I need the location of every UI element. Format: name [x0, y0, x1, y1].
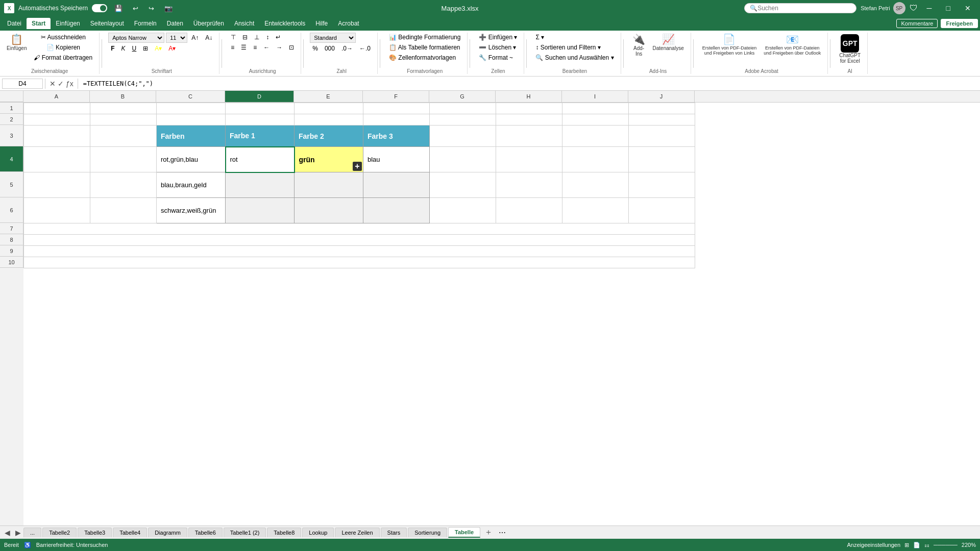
cell-e4[interactable]: grün +: [295, 147, 363, 172]
cell-h6[interactable]: [496, 198, 562, 223]
tab-einfuegen[interactable]: Einfügen: [51, 18, 85, 29]
text-direction-button[interactable]: ↕: [263, 33, 272, 42]
search-box[interactable]: 🔍: [744, 3, 856, 13]
tab-daten[interactable]: Daten: [162, 18, 188, 29]
cell-e5[interactable]: [295, 172, 363, 198]
cell-h2[interactable]: [496, 114, 562, 126]
grid[interactable]: Farben Farbe 1 Farbe 2 Farbe 3 rot,grün,…: [23, 103, 980, 525]
number-format-select[interactable]: Standard: [310, 33, 356, 43]
format-zelle-button[interactable]: 🔧 Format ~: [476, 53, 516, 62]
cell-j3[interactable]: [629, 126, 695, 147]
col-header-j[interactable]: J: [628, 91, 695, 102]
sheet-tab-tabelle6[interactable]: Tabelle6: [188, 528, 223, 537]
underline-button[interactable]: U: [130, 44, 139, 53]
view-normal-icon[interactable]: ⊞: [904, 542, 909, 548]
cell-d6[interactable]: [226, 198, 295, 223]
cell-d2[interactable]: [226, 114, 295, 126]
cell-a2[interactable]: [24, 114, 90, 126]
cell-j2[interactable]: [629, 114, 695, 126]
cell-e1[interactable]: [295, 103, 363, 114]
tab-seitenlayout[interactable]: Seitenlayout: [85, 18, 129, 29]
cell-i4[interactable]: [562, 147, 629, 172]
cell-b1[interactable]: [90, 103, 157, 114]
sheet-tab-tabelle1-2[interactable]: Tabelle1 (2): [224, 528, 266, 537]
datenanalyse-button[interactable]: 📈 Datenanalyse: [650, 33, 687, 53]
font-name-select[interactable]: Aptos Narrow: [108, 33, 164, 43]
cell-h4[interactable]: [496, 147, 562, 172]
sheet-nav-prev[interactable]: ◀: [2, 528, 13, 538]
autosum-button[interactable]: Σ ▾: [533, 33, 547, 42]
zellenformatvorlagen-button[interactable]: 🎨 Zellenformatvorlagen: [386, 53, 458, 62]
einfuegen-button[interactable]: 📋 Einfügen: [4, 33, 29, 53]
suchen-button[interactable]: 🔍 Suchen und Auswählen ▾: [533, 53, 616, 62]
col-header-d[interactable]: D: [225, 91, 294, 102]
tab-ueberpruefen[interactable]: Überprüfen: [188, 18, 229, 29]
cell-c5[interactable]: blau,braun,geld: [157, 172, 226, 198]
cell-a5[interactable]: [24, 172, 90, 198]
sheet-tab-tabelle8[interactable]: Tabelle8: [267, 528, 301, 537]
cell-g3[interactable]: [430, 126, 496, 147]
sheet-tab-diagramm[interactable]: Diagramm: [148, 528, 187, 537]
cell-h5[interactable]: [496, 172, 562, 198]
cell-d3[interactable]: Farbe 1: [226, 126, 295, 147]
corner-cell[interactable]: [0, 91, 23, 102]
cell-b3[interactable]: [90, 126, 157, 147]
redo-button[interactable]: ↪: [145, 4, 157, 13]
cell-h1[interactable]: [496, 103, 562, 114]
kopieren-button[interactable]: 📄 Kopieren: [31, 43, 95, 52]
maximize-button[interactable]: □: [941, 2, 955, 14]
cell-g2[interactable]: [430, 114, 496, 126]
indent-less-button[interactable]: ←: [261, 43, 272, 52]
accessibility-label[interactable]: Barrierefreiheit: Untersuchen: [36, 542, 108, 548]
cell-f3[interactable]: Farbe 3: [363, 126, 430, 147]
tab-ansicht[interactable]: Ansicht: [229, 18, 259, 29]
addins-button[interactable]: 🔌 Add-Ins: [630, 33, 648, 58]
row-header-2[interactable]: 2: [0, 114, 23, 125]
sheet-tab-tabelle[interactable]: Tabelle: [448, 527, 480, 538]
merge-button[interactable]: ⊡: [286, 43, 297, 52]
comma-button[interactable]: 000: [322, 44, 337, 53]
cell-c6[interactable]: schwarz,weiß,grün: [157, 198, 226, 223]
cell-g4[interactable]: [430, 147, 496, 172]
sheet-tab-tabelle3[interactable]: Tabelle3: [78, 528, 112, 537]
row-header-9[interactable]: 9: [0, 245, 23, 257]
add-sheet-button[interactable]: ＋: [481, 527, 496, 538]
cell-j1[interactable]: [629, 103, 695, 114]
fill-handle[interactable]: +: [353, 162, 362, 171]
formula-confirm-button[interactable]: ✓: [58, 80, 64, 88]
tab-datei[interactable]: Datei: [2, 18, 27, 29]
cell-e6[interactable]: [295, 198, 363, 223]
row-header-8[interactable]: 8: [0, 234, 23, 245]
format-uebertragen-button[interactable]: 🖌 Format übertragen: [31, 53, 95, 62]
align-bottom-button[interactable]: ⊥: [252, 33, 262, 42]
cell-e2[interactable]: [295, 114, 363, 126]
close-button[interactable]: ✕: [960, 2, 976, 14]
cell-f2[interactable]: [363, 114, 430, 126]
cell-a4[interactable]: [24, 147, 90, 172]
formula-input[interactable]: [80, 79, 978, 88]
view-layout-icon[interactable]: 📄: [913, 542, 920, 548]
einfuegen-zelle-button[interactable]: ➕ Einfügen ▾: [476, 33, 520, 42]
col-header-h[interactable]: H: [496, 91, 562, 102]
cell-b6[interactable]: [90, 198, 157, 223]
align-left-button[interactable]: ≡: [228, 43, 237, 52]
sheet-tab-more[interactable]: ...: [23, 528, 41, 537]
zoom-slider[interactable]: ──────: [934, 542, 958, 548]
cell-d4[interactable]: rot: [226, 147, 295, 172]
display-settings[interactable]: Anzeigeeinstellungen: [847, 542, 901, 548]
loeschen-zelle-button[interactable]: ➖ Löschen ▾: [476, 43, 519, 52]
undo-button[interactable]: ↩: [130, 4, 141, 13]
cell-f1[interactable]: [363, 103, 430, 114]
col-header-e[interactable]: E: [294, 91, 363, 102]
sheet-tab-tabelle4[interactable]: Tabelle4: [113, 528, 147, 537]
cell-h3[interactable]: [496, 126, 562, 147]
font-color-button[interactable]: A▾: [166, 44, 178, 53]
cell-f6[interactable]: [363, 198, 430, 223]
cell-g5[interactable]: [430, 172, 496, 198]
row-header-3[interactable]: 3: [0, 125, 23, 146]
cell-i6[interactable]: [562, 198, 629, 223]
cell-c2[interactable]: [157, 114, 226, 126]
autosave-toggle[interactable]: [92, 4, 107, 12]
percent-button[interactable]: %: [310, 44, 321, 53]
indent-more-button[interactable]: →: [274, 43, 285, 52]
